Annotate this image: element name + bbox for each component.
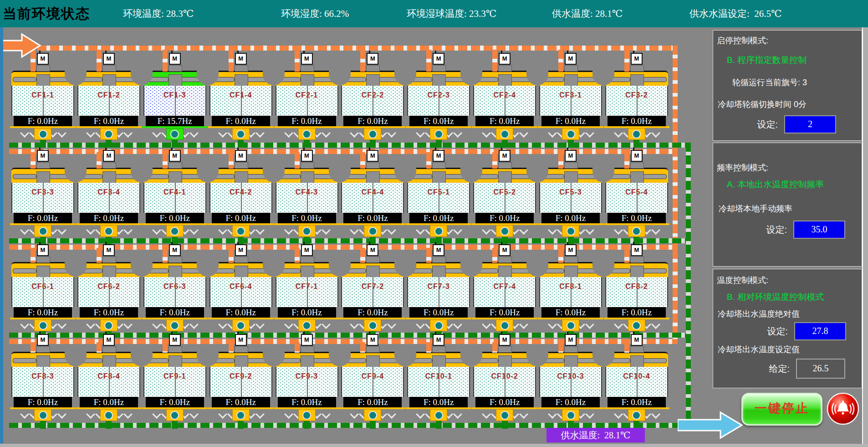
outlet-valve[interactable] <box>166 409 184 421</box>
outlet-valve[interactable] <box>298 225 316 237</box>
outlet-valve[interactable] <box>430 225 447 237</box>
motor-m-icon: M <box>301 334 313 346</box>
fan-shaft <box>439 86 439 116</box>
fan-shaft <box>307 183 308 213</box>
outlet-valve[interactable] <box>496 128 513 140</box>
motor-pedestal <box>102 257 116 263</box>
cooling-tower-CF1-4[interactable]: MCF1-4F: 0.0Hz <box>209 71 272 144</box>
outlet-valve[interactable] <box>232 319 250 331</box>
cooling-tower-CF8-4[interactable]: MCF8-4F: 0.0Hz <box>77 352 140 425</box>
cooling-tower-CF7-3[interactable]: MCF7-3F: 0.0Hz <box>407 262 470 335</box>
outlet-valve[interactable] <box>100 128 117 140</box>
cooling-tower-CF7-4[interactable]: MCF7-4F: 0.0Hz <box>473 262 536 335</box>
outlet-valve[interactable] <box>100 409 117 421</box>
one-key-stop-button[interactable]: 一键停止 <box>741 393 822 426</box>
cooling-tower-CF4-4[interactable]: MCF4-4F: 0.0Hz <box>341 168 404 241</box>
pump-zone <box>276 225 338 241</box>
outlet-temp-given-display[interactable]: 26.5 <box>796 359 845 379</box>
outlet-valve[interactable] <box>562 225 579 237</box>
fan-motor: M <box>35 242 51 262</box>
cooling-tower-CF9-1[interactable]: MCF9-1F: 0.0Hz <box>143 352 206 425</box>
cooling-tower-CF4-2[interactable]: MCF4-2F: 0.0Hz <box>209 168 272 241</box>
outlet-valve[interactable] <box>430 128 447 140</box>
outlet-valve[interactable] <box>364 128 381 140</box>
cooling-tower-CF1-3[interactable]: MCF1-3F: 15.7Hz <box>143 71 206 144</box>
cooling-tower-CF5-1[interactable]: MCF5-1F: 0.0Hz <box>407 168 470 241</box>
outlet-valve[interactable] <box>430 409 447 421</box>
cooling-tower-CF9-4[interactable]: MCF9-4F: 0.0Hz <box>341 352 404 425</box>
temperature-mode-value[interactable]: B. 相对环境温度控制模式 <box>727 291 862 303</box>
outlet-valve[interactable] <box>166 128 184 140</box>
outlet-valve[interactable] <box>166 225 184 237</box>
cooling-tower-CF7-1[interactable]: MCF7-1F: 0.0Hz <box>276 262 338 335</box>
cooling-tower-CF8-3[interactable]: MCF8-3F: 0.0Hz <box>11 352 74 425</box>
outlet-valve[interactable] <box>34 409 51 421</box>
outlet-valve[interactable] <box>232 128 250 140</box>
motor-m-icon: M <box>103 150 115 162</box>
outlet-temp-set-input[interactable]: 27.8 <box>794 322 846 340</box>
cooling-tower-CF1-2[interactable]: MCF1-2F: 0.0Hz <box>77 71 140 144</box>
outlet-valve[interactable] <box>232 409 250 421</box>
outlet-valve[interactable] <box>496 225 513 237</box>
outlet-valve[interactable] <box>100 319 117 331</box>
cooling-tower-CF2-2[interactable]: MCF2-2F: 0.0Hz <box>341 71 404 144</box>
outlet-valve[interactable] <box>562 128 579 140</box>
outlet-valve[interactable] <box>496 409 513 421</box>
frequency-display: F: 0.0Hz <box>278 116 336 126</box>
outlet-valve[interactable] <box>628 128 645 140</box>
cooling-tower-CF5-2[interactable]: MCF5-2F: 0.0Hz <box>473 168 536 241</box>
cooling-tower-CF9-3[interactable]: MCF9-3F: 0.0Hz <box>276 352 338 425</box>
scrollbar-track[interactable] <box>862 27 868 447</box>
outlet-valve[interactable] <box>496 319 513 331</box>
outlet-valve[interactable] <box>628 225 645 237</box>
cooling-tower-CF10-3[interactable]: MCF10-3F: 0.0Hz <box>539 352 602 425</box>
cooling-tower-CF9-2[interactable]: MCF9-2F: 0.0Hz <box>209 352 272 425</box>
spray-icon <box>548 128 557 138</box>
outlet-valve[interactable] <box>34 319 51 331</box>
manual-frequency-set-input[interactable]: 35.0 <box>793 221 845 239</box>
cooling-tower-CF2-1[interactable]: MCF2-1F: 0.0Hz <box>276 71 338 144</box>
outlet-valve[interactable] <box>298 128 316 140</box>
outlet-valve[interactable] <box>34 225 51 237</box>
tower-count-set-input[interactable]: 2 <box>784 115 836 134</box>
alarm-bell-icon[interactable] <box>826 392 860 426</box>
outlet-valve[interactable] <box>232 225 250 237</box>
cooling-tower-CF6-3[interactable]: MCF6-3F: 0.0Hz <box>143 262 206 335</box>
cooling-tower-CF8-2[interactable]: MCF8-2F: 0.0Hz <box>605 262 668 335</box>
outlet-valve[interactable] <box>364 225 381 237</box>
cooling-tower-CF3-3[interactable]: MCF3-3F: 0.0Hz <box>11 168 74 241</box>
cooling-tower-CF5-4[interactable]: MCF5-4F: 0.0Hz <box>605 168 668 241</box>
cooling-tower-CF3-4[interactable]: MCF3-4F: 0.0Hz <box>77 168 140 241</box>
start-stop-mode-value[interactable]: B. 程序指定数量控制 <box>727 54 862 66</box>
cooling-tower-CF3-2[interactable]: MCF3-2F: 0.0Hz <box>605 71 668 144</box>
cooling-tower-CF10-1[interactable]: MCF10-1F: 0.0Hz <box>407 352 470 425</box>
cooling-tower-CF10-2[interactable]: MCF10-2F: 0.0Hz <box>473 352 536 425</box>
outlet-valve[interactable] <box>100 225 117 237</box>
cooling-tower-CF10-4[interactable]: MCF10-4F: 0.0Hz <box>605 352 668 425</box>
cooling-tower-CF5-3[interactable]: MCF5-3F: 0.0Hz <box>539 168 602 241</box>
cooling-tower-CF4-1[interactable]: MCF4-1F: 0.0Hz <box>143 168 206 241</box>
tower-label: CF6-4 <box>210 283 271 291</box>
cooling-tower-CF1-1[interactable]: MCF1-1F: 0.0Hz <box>11 71 74 144</box>
cooling-tower-CF7-2[interactable]: MCF7-2F: 0.0Hz <box>341 262 404 335</box>
cooling-tower-CF2-3[interactable]: MCF2-3F: 0.0Hz <box>407 71 470 144</box>
outlet-valve[interactable] <box>364 319 381 331</box>
cooling-tower-CF4-3[interactable]: MCF4-3F: 0.0Hz <box>276 168 338 241</box>
cooling-tower-CF6-2[interactable]: MCF6-2F: 0.0Hz <box>77 262 140 335</box>
cooling-tower-CF3-1[interactable]: MCF3-1F: 0.0Hz <box>539 71 602 144</box>
outlet-valve[interactable] <box>562 409 579 421</box>
outlet-valve[interactable] <box>298 319 316 331</box>
cooling-tower-CF6-1[interactable]: MCF6-1F: 0.0Hz <box>11 262 74 335</box>
frequency-mode-value[interactable]: A. 本地出水温度控制频率 <box>727 179 862 190</box>
outlet-valve[interactable] <box>628 409 645 421</box>
outlet-valve[interactable] <box>364 409 381 421</box>
outlet-valve[interactable] <box>628 319 645 331</box>
cooling-tower-CF2-4[interactable]: MCF2-4F: 0.0Hz <box>473 71 536 144</box>
outlet-valve[interactable] <box>34 128 51 140</box>
outlet-valve[interactable] <box>562 319 579 331</box>
outlet-valve[interactable] <box>166 319 184 331</box>
cooling-tower-CF6-4[interactable]: MCF6-4F: 0.0Hz <box>209 262 272 335</box>
outlet-valve[interactable] <box>298 409 316 421</box>
cooling-tower-CF8-1[interactable]: MCF8-1F: 0.0Hz <box>539 262 602 335</box>
outlet-valve[interactable] <box>430 319 447 331</box>
